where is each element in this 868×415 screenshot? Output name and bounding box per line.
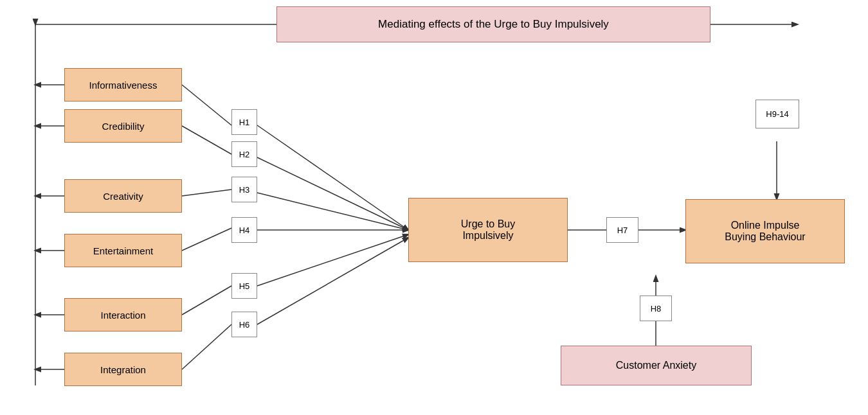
title-label: Mediating effects of the Urge to Buy Imp… — [378, 18, 609, 31]
credibility-box: Credibility — [64, 109, 182, 143]
h3-box: H3 — [231, 177, 257, 202]
h4-label: H4 — [239, 225, 250, 235]
interaction-label: Interaction — [100, 310, 145, 321]
h9-14-label: H9-14 — [766, 109, 788, 119]
entertainment-label: Entertainment — [93, 245, 153, 256]
h4-box: H4 — [231, 217, 257, 243]
h3-label: H3 — [239, 185, 250, 195]
h9-14-box: H9-14 — [755, 100, 799, 128]
h8-label: H8 — [651, 304, 662, 313]
h5-box: H5 — [231, 273, 257, 299]
informativeness-label: Informativeness — [89, 80, 158, 91]
entertainment-box: Entertainment — [64, 234, 182, 267]
h1-label: H1 — [239, 118, 250, 127]
integration-label: Integration — [100, 364, 146, 375]
svg-line-10 — [182, 126, 231, 154]
urge-box: Urge to Buy Impulsively — [408, 198, 568, 262]
credibility-label: Credibility — [102, 121, 145, 132]
svg-line-17 — [257, 193, 408, 230]
title-box: Mediating effects of the Urge to Buy Imp… — [276, 6, 710, 42]
interaction-box: Interaction — [64, 298, 182, 331]
svg-line-14 — [182, 324, 231, 369]
creativity-label: Creativity — [103, 191, 143, 202]
diagram: Mediating effects of the Urge to Buy Imp… — [0, 0, 868, 415]
svg-line-9 — [182, 85, 231, 125]
urge-label: Urge to Buy Impulsively — [461, 218, 515, 242]
svg-line-16 — [257, 157, 408, 230]
h7-label: H7 — [617, 225, 628, 235]
svg-line-11 — [182, 190, 231, 196]
h1-box: H1 — [231, 109, 257, 135]
integration-box: Integration — [64, 353, 182, 386]
h6-label: H6 — [239, 320, 250, 330]
anxiety-label: Customer Anxiety — [616, 360, 696, 371]
online-label: Online Impulse Buying Behaviour — [725, 220, 805, 243]
svg-line-13 — [182, 286, 231, 315]
creativity-box: Creativity — [64, 179, 182, 213]
svg-line-12 — [182, 228, 231, 251]
h2-box: H2 — [231, 141, 257, 167]
online-box: Online Impulse Buying Behaviour — [685, 199, 845, 263]
h8-box: H8 — [640, 296, 672, 321]
svg-line-15 — [257, 125, 408, 230]
h6-box: H6 — [231, 312, 257, 337]
informativeness-box: Informativeness — [64, 68, 182, 102]
svg-line-19 — [257, 234, 408, 286]
h5-label: H5 — [239, 281, 250, 291]
h7-box: H7 — [606, 217, 638, 243]
svg-line-20 — [257, 238, 408, 324]
anxiety-box: Customer Anxiety — [561, 346, 752, 385]
h2-label: H2 — [239, 150, 250, 159]
